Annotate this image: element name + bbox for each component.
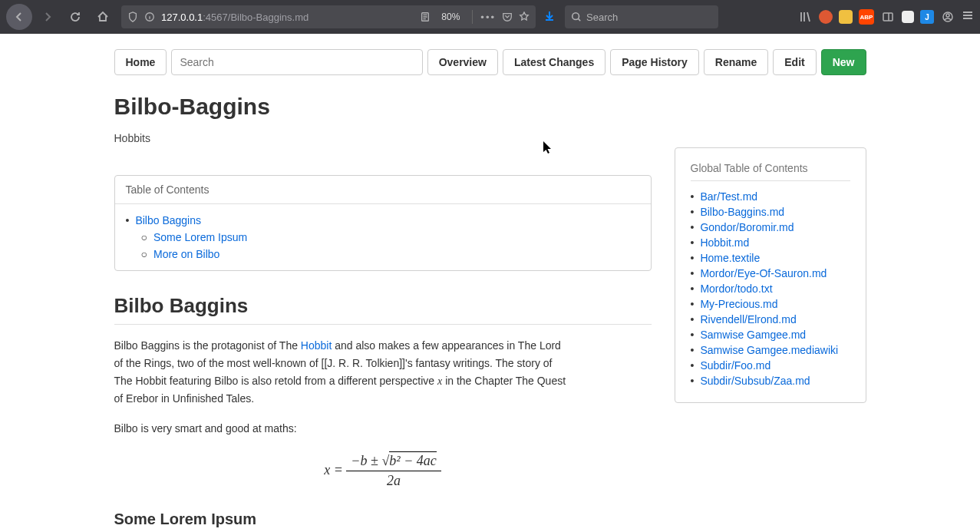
gtoc-item: Subdir/Foo.md	[691, 358, 850, 373]
extension-icon-2[interactable]	[902, 11, 914, 23]
gtoc-link[interactable]: Bilbo-Baggins.md	[700, 206, 784, 218]
gtoc-link[interactable]: Subdir/Foo.md	[700, 359, 770, 372]
browser-toolbar: 127.0.0.1:4567/Bilbo-Baggins.md 80% ••• …	[0, 0, 980, 34]
account-icon[interactable]	[940, 9, 955, 25]
adblock-icon[interactable]: ABP	[859, 9, 874, 25]
svg-rect-8	[963, 18, 972, 19]
svg-point-2	[572, 13, 579, 20]
gtoc-item: Mordor/Eye-Of-Sauron.md	[691, 266, 850, 281]
home-button[interactable]	[91, 5, 115, 29]
forward-button[interactable]	[35, 5, 60, 29]
overview-button[interactable]: Overview	[427, 49, 498, 75]
gtoc-item: My-Precious.md	[691, 296, 850, 312]
rename-button[interactable]: Rename	[704, 49, 768, 75]
hobbit-link[interactable]: Hobbit	[301, 339, 332, 352]
sidebar-icon[interactable]	[880, 9, 896, 25]
browser-search-bar[interactable]: Search	[565, 5, 718, 28]
gtoc-link[interactable]: My-Precious.md	[700, 298, 777, 310]
gtoc-item: Mordor/todo.txt	[691, 281, 850, 296]
body-paragraph: Bilbo Baggins is the protagonist of The …	[114, 337, 567, 408]
gtoc-item: Samwise Gamgee.md	[691, 327, 850, 342]
section-heading: Bilbo Baggins	[114, 294, 652, 325]
toc-link[interactable]: More on Bilbo	[153, 248, 219, 260]
gtoc-link[interactable]: Subdir/Subsub/Zaa.md	[700, 375, 810, 387]
global-toc-title: Global Table of Contents	[691, 162, 850, 181]
duckduckgo-icon[interactable]	[819, 10, 833, 24]
toc-link[interactable]: Bilbo Baggins	[135, 214, 201, 226]
gtoc-item: Subdir/Subsub/Zaa.md	[691, 373, 850, 388]
gtoc-link[interactable]: Samwise Gamgee.md	[700, 329, 806, 341]
arrow-right-icon	[41, 11, 54, 23]
svg-rect-3	[883, 13, 893, 21]
body-paragraph: Bilbo is very smart and good at maths:	[114, 420, 652, 438]
arrow-left-icon	[13, 11, 25, 23]
home-icon	[97, 11, 109, 23]
extension-icons: ABP J	[797, 9, 955, 25]
gtoc-item: Home.textile	[691, 250, 850, 266]
wiki-search-input[interactable]	[171, 49, 422, 75]
tagline: Hobbits	[114, 132, 652, 144]
main-content: Hobbits Table of Contents Bilbo BagginsS…	[114, 132, 652, 532]
page-title: Bilbo-Baggins	[114, 94, 866, 120]
url-text: 127.0.0.1:4567/Bilbo-Baggins.md	[161, 12, 414, 23]
extension-icon-1[interactable]	[839, 10, 853, 24]
search-placeholder: Search	[586, 12, 618, 23]
svg-rect-6	[963, 12, 972, 13]
library-icon[interactable]	[797, 9, 813, 25]
table-of-contents: Table of Contents Bilbo BagginsSome Lore…	[114, 175, 652, 271]
reload-button[interactable]	[63, 5, 87, 29]
gtoc-link[interactable]: Mordor/todo.txt	[700, 283, 772, 295]
math-formula: x = −b ± √b² − 4ac 2a	[114, 453, 652, 489]
svg-point-5	[946, 14, 949, 17]
more-actions-icon[interactable]: •••	[480, 12, 496, 23]
section-heading: Some Lorem Ipsum	[114, 511, 652, 528]
home-button[interactable]: Home	[114, 49, 167, 75]
hamburger-menu-icon[interactable]	[962, 9, 974, 25]
gtoc-item: Hobbit.md	[691, 235, 850, 250]
gtoc-item: Rivendell/Elrond.md	[691, 312, 850, 327]
toc-title: Table of Contents	[115, 176, 651, 204]
toc-item: Some Lorem Ipsum	[126, 229, 640, 246]
pocket-icon[interactable]	[502, 12, 513, 22]
gtoc-link[interactable]: Samwise Gamgee.mediawiki	[700, 344, 838, 356]
gtoc-item: Gondor/Boromir.md	[691, 220, 850, 235]
gtoc-link[interactable]: Mordor/Eye-Of-Sauron.md	[700, 267, 827, 279]
toc-item: More on Bilbo	[126, 246, 640, 263]
gtoc-item: Samwise Gamgee.mediawiki	[691, 342, 850, 358]
extension-icon-3[interactable]: J	[920, 10, 934, 24]
new-button[interactable]: New	[821, 49, 866, 75]
wiki-toolbar: Home Overview Latest Changes Page Histor…	[114, 49, 866, 75]
gtoc-item: Bar/Test.md	[691, 189, 850, 204]
back-button[interactable]	[6, 4, 32, 30]
page-history-button[interactable]: Page History	[610, 49, 699, 75]
zoom-level[interactable]: 80%	[437, 10, 464, 24]
search-icon	[571, 12, 582, 22]
reader-icon[interactable]	[420, 12, 431, 22]
download-icon[interactable]	[543, 10, 556, 25]
gtoc-item: Bilbo-Baggins.md	[691, 204, 850, 220]
gtoc-link[interactable]: Home.textile	[700, 252, 760, 264]
url-bar[interactable]: 127.0.0.1:4567/Bilbo-Baggins.md 80% •••	[121, 5, 536, 28]
toc-link[interactable]: Some Lorem Ipsum	[153, 231, 247, 243]
reload-icon	[69, 11, 81, 23]
gtoc-link[interactable]: Rivendell/Elrond.md	[700, 313, 796, 325]
latest-changes-button[interactable]: Latest Changes	[503, 49, 605, 75]
edit-button[interactable]: Edit	[773, 49, 816, 75]
gtoc-link[interactable]: Gondor/Boromir.md	[700, 221, 794, 233]
info-icon[interactable]	[144, 12, 155, 22]
toc-item: Bilbo Baggins	[126, 212, 640, 229]
global-toc: Global Table of Contents Bar/Test.mdBilb…	[675, 147, 866, 403]
gtoc-link[interactable]: Hobbit.md	[700, 236, 749, 249]
svg-rect-7	[963, 15, 972, 16]
shield-icon	[127, 12, 138, 22]
sidebar: Global Table of Contents Bar/Test.mdBilb…	[675, 132, 866, 532]
bookmark-star-icon[interactable]	[519, 12, 530, 22]
gtoc-link[interactable]: Bar/Test.md	[700, 190, 757, 203]
